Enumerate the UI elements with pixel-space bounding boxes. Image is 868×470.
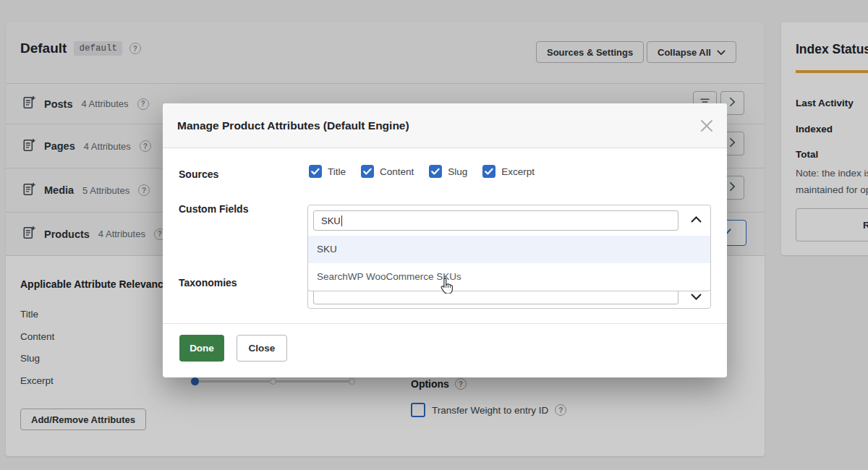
modal-header: Manage Product Attributes (Default Engin…: [163, 103, 727, 148]
manage-attributes-modal: Manage Product Attributes (Default Engin…: [163, 103, 727, 377]
checkbox-content[interactable]: Content: [361, 165, 414, 178]
dropdown-item-sku[interactable]: SKU: [308, 236, 710, 263]
checkbox-label: Title: [328, 166, 346, 177]
custom-fields-input-value: SKU: [321, 215, 341, 226]
checked-checkbox-icon: [429, 165, 442, 178]
checkbox-label: Content: [380, 166, 414, 177]
checkbox-title[interactable]: Title: [309, 165, 346, 178]
close-button[interactable]: Close: [237, 335, 287, 362]
done-button[interactable]: Done: [179, 335, 224, 362]
custom-fields-combobox: SKU SKU SearchWP WooCommerce SKUs: [307, 205, 711, 291]
checked-checkbox-icon: [482, 165, 495, 178]
dropdown-item-searchwp-woocommerce-skus[interactable]: SearchWP WooCommerce SKUs: [308, 263, 710, 291]
chevron-down-icon[interactable]: [691, 291, 702, 302]
checkbox-label: Slug: [448, 166, 467, 177]
close-icon[interactable]: [698, 117, 715, 134]
custom-fields-label: Custom Fields: [179, 203, 248, 215]
taxonomies-label: Taxonomies: [179, 277, 237, 289]
text-caret: [341, 215, 342, 226]
checked-checkbox-icon: [309, 165, 322, 178]
checked-checkbox-icon: [361, 165, 374, 178]
checkbox-label: Excerpt: [501, 166, 535, 177]
sources-checkbox-row: Title Content Slug Excerpt: [309, 165, 535, 178]
custom-fields-input[interactable]: SKU: [313, 210, 678, 231]
checkbox-slug[interactable]: Slug: [429, 165, 467, 178]
checkbox-excerpt[interactable]: Excerpt: [482, 165, 535, 178]
modal-title: Manage Product Attributes (Default Engin…: [177, 119, 409, 132]
modal-footer: Done Close: [163, 323, 727, 377]
hand-cursor-icon: [440, 277, 454, 296]
chevron-up-icon[interactable]: [691, 214, 702, 225]
sources-label: Sources: [179, 168, 218, 180]
